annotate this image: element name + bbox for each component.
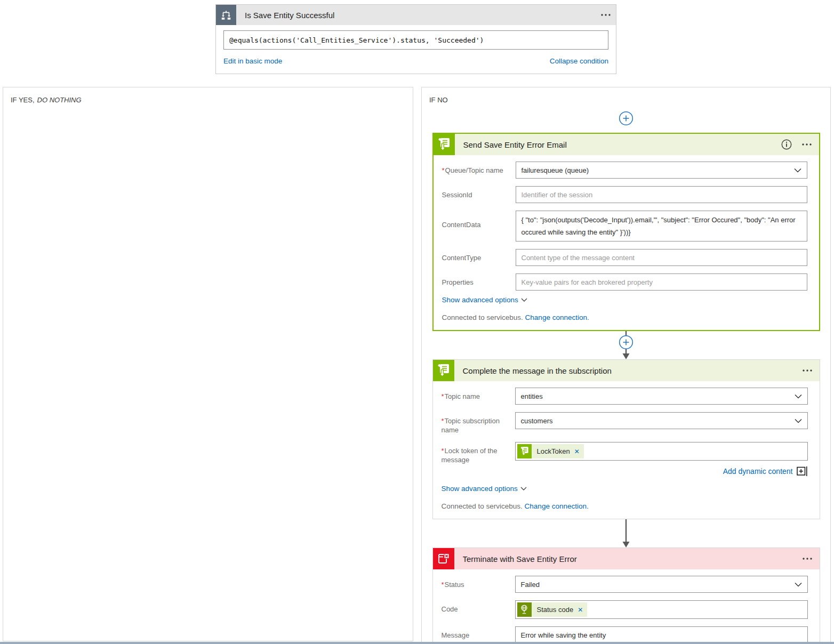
message-label: Message: [442, 626, 515, 640]
topic-subscription-label: *Topic subscription name: [442, 412, 515, 434]
queue-topic-label-text: Queue/Topic name: [445, 166, 503, 174]
topic-name-select[interactable]: entities: [515, 388, 808, 405]
complete-message-card-title: Complete the message in the subscription: [463, 366, 797, 375]
connected-text: Connected to servicebus.: [442, 502, 523, 510]
send-email-info-button[interactable]: [776, 135, 797, 154]
content-data-label: ContentData: [442, 211, 516, 229]
complete-message-menu-button[interactable]: [797, 366, 820, 375]
info-icon: [781, 139, 792, 150]
topic-name-label: *Topic name: [442, 388, 515, 401]
insert-action-plus-button[interactable]: [619, 335, 633, 350]
plus-circle-icon: [619, 111, 633, 126]
properties-input[interactable]: [516, 273, 807, 291]
http-globe-icon: [517, 602, 532, 617]
if-no-branch-panel: IF NO: [421, 87, 831, 644]
topic-subscription-label-text: Topic subscription name: [442, 417, 500, 434]
terminate-card-header[interactable]: Terminate with Save Entity Error: [433, 548, 820, 569]
code-input[interactable]: Status code ✕: [515, 600, 808, 619]
add-dynamic-content-link[interactable]: Add dynamic content: [723, 467, 793, 476]
topic-subscription-select[interactable]: customers: [515, 412, 808, 429]
terminate-action-card: Terminate with Save Entity Error *Status…: [432, 548, 820, 644]
send-email-card-header[interactable]: Send Save Entity Error Email: [434, 134, 819, 155]
collapse-condition-link[interactable]: Collapse condition: [550, 57, 608, 65]
topic-name-value: entities: [521, 392, 543, 400]
remove-token-button[interactable]: ✕: [573, 448, 584, 455]
do-nothing-text: DO NOTHING: [37, 96, 82, 104]
message-field-row: Message: [442, 626, 808, 643]
content-data-field-row: ContentData { "to": "json(outputs('Decod…: [442, 211, 807, 241]
send-email-action-card: Send Save Entity Error Email *Queu: [432, 133, 820, 331]
change-connection-link[interactable]: Change connection.: [525, 502, 589, 510]
change-connection-link[interactable]: Change connection.: [525, 313, 589, 321]
required-asterisk: *: [442, 447, 444, 455]
code-label: Code: [442, 600, 515, 614]
edit-basic-mode-link[interactable]: Edit in basic mode: [223, 57, 282, 65]
ellipsis-icon: [801, 369, 813, 372]
message-input[interactable]: [515, 626, 808, 643]
chevron-down-icon: [520, 487, 527, 491]
plus-circle-icon: [619, 335, 633, 350]
logic-app-designer: Is Save Entity Successful @equals(action…: [0, 0, 834, 644]
content-type-field-row: ContentType: [442, 249, 807, 266]
properties-field-row: Properties: [442, 273, 807, 291]
lock-token-label: *Lock token of the message: [442, 442, 515, 464]
send-email-card-title: Send Save Entity Error Email: [463, 140, 776, 149]
connection-status-row: Connected to servicebus. Change connecti…: [442, 502, 808, 510]
complete-message-action-card: Complete the message in the subscription…: [432, 359, 820, 519]
complete-message-card-header[interactable]: Complete the message in the subscription: [433, 360, 820, 381]
viewport-bottom-edge: [0, 642, 834, 644]
required-asterisk: *: [442, 581, 444, 589]
chevron-down-icon: [795, 418, 802, 423]
topic-subscription-field-row: *Topic subscription name customers: [442, 412, 808, 434]
ellipsis-icon: [600, 13, 612, 17]
condition-title: Is Save Entity Successful: [245, 11, 596, 20]
lock-token-input[interactable]: LockToken ✕: [515, 442, 808, 461]
status-label: *Status: [442, 576, 515, 589]
chevron-down-icon: [795, 394, 802, 399]
lock-token-chip[interactable]: LockToken ✕: [517, 444, 584, 458]
topic-subscription-value: customers: [521, 417, 553, 425]
content-type-input[interactable]: [516, 249, 807, 266]
condition-card-header[interactable]: Is Save Entity Successful: [216, 5, 616, 25]
properties-label: Properties: [442, 273, 516, 287]
service-bus-icon: [433, 360, 454, 381]
condition-expression-input[interactable]: @equals(actions('Call_Entities_Service')…: [223, 30, 608, 50]
service-bus-icon: [517, 444, 532, 458]
status-value: Failed: [521, 581, 540, 589]
status-label-text: Status: [445, 581, 464, 589]
down-arrow-icon: [621, 519, 631, 548]
if-yes-label: IF YES,DO NOTHING: [11, 96, 413, 104]
queue-topic-select[interactable]: failuresqueue (queue): [516, 162, 807, 179]
add-dynamic-content-row: Add dynamic content: [442, 466, 808, 476]
add-dynamic-content-icon[interactable]: [797, 466, 808, 476]
content-type-label: ContentType: [442, 249, 516, 262]
session-id-label: SessionId: [442, 186, 516, 199]
code-field-row: Code: [442, 600, 808, 619]
required-asterisk: *: [442, 417, 444, 425]
if-no-text: IF NO: [429, 96, 448, 104]
session-id-input[interactable]: [516, 186, 807, 203]
insert-action-plus-button[interactable]: [619, 111, 633, 126]
show-advanced-options-link[interactable]: Show advanced options: [442, 296, 518, 304]
status-select[interactable]: Failed: [515, 576, 808, 593]
if-no-label: IF NO: [429, 96, 830, 104]
lock-token-field-row: *Lock token of the message: [442, 442, 808, 464]
terminate-menu-button[interactable]: [797, 554, 820, 564]
condition-menu-button[interactable]: [596, 10, 616, 20]
required-asterisk: *: [442, 392, 444, 400]
status-code-chip[interactable]: Status code ✕: [517, 602, 588, 617]
remove-token-button[interactable]: ✕: [576, 607, 587, 613]
ellipsis-icon: [801, 143, 813, 146]
ellipsis-icon: [801, 557, 813, 560]
chevron-down-icon: [521, 298, 527, 302]
queue-topic-value: failuresqueue (queue): [522, 166, 589, 174]
topic-name-field-row: *Topic name entities: [442, 388, 808, 405]
send-email-menu-button[interactable]: [797, 140, 819, 149]
chevron-down-icon: [794, 168, 801, 173]
send-email-card-body: *Queue/Topic name failuresqueue (queue) …: [434, 155, 819, 330]
condition-card: Is Save Entity Successful @equals(action…: [215, 4, 616, 74]
connection-status-row: Connected to servicebus. Change connecti…: [442, 313, 807, 321]
content-data-input[interactable]: { "to": "json(outputs('Decode_Input')).e…: [516, 211, 807, 241]
show-advanced-options-link[interactable]: Show advanced options: [442, 485, 518, 493]
queue-topic-field-row: *Queue/Topic name failuresqueue (queue): [442, 162, 807, 179]
